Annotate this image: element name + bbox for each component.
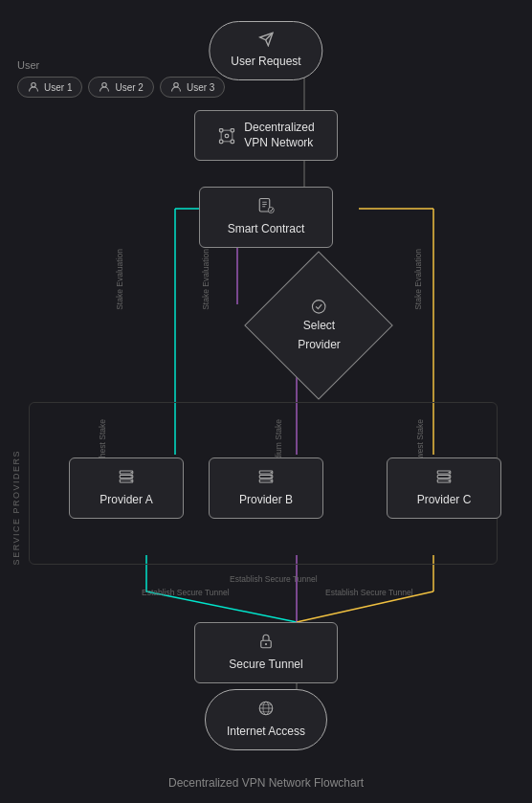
provider-b-icon	[257, 468, 275, 485]
provider-c-icon	[435, 468, 453, 485]
vpn-label-line1: Decentralized	[244, 121, 314, 136]
lock-icon	[257, 633, 275, 650]
user-request-node: User Request	[209, 21, 322, 80]
secure-tunnel-node: Secure Tunnel	[194, 622, 338, 683]
svg-point-47	[271, 472, 273, 474]
provider-a-node: Provider A	[69, 457, 184, 519]
smart-contract-node: Smart Contract	[199, 187, 333, 248]
user-pill-2: User 2	[88, 77, 153, 98]
flowchart-container: User User 1 User 2	[0, 0, 532, 803]
user3-icon	[170, 81, 182, 93]
network-icon	[217, 126, 236, 145]
svg-point-43	[131, 480, 133, 482]
user-pill-1: User 1	[17, 77, 82, 98]
footer-label: Decentralized VPN Network Flowchart	[168, 776, 364, 790]
svg-rect-22	[231, 128, 233, 131]
check-icon	[310, 298, 327, 315]
svg-point-53	[449, 472, 451, 474]
svg-point-16	[32, 83, 36, 88]
user1-icon	[28, 81, 39, 93]
user2-icon	[99, 81, 110, 93]
provider-a-icon	[118, 468, 135, 485]
user-request-label: User Request	[231, 55, 300, 70]
select-provider-node: Select Provider	[244, 251, 393, 400]
provider-c-node: Provider C	[387, 457, 501, 519]
svg-rect-21	[220, 128, 223, 131]
tunnel-label-left: Establish Secure Tunnel	[142, 588, 230, 597]
secure-tunnel-label: Secure Tunnel	[229, 658, 302, 673]
svg-point-57	[265, 643, 267, 645]
select-provider-label: Select	[302, 319, 334, 334]
svg-point-34	[268, 208, 274, 213]
user-section: User User 1 User 2	[17, 59, 225, 98]
stake-eval-center-label: Stake Evaluation	[201, 249, 211, 310]
internet-access-node: Internet Access	[205, 689, 327, 750]
svg-point-18	[174, 83, 179, 88]
svg-point-54	[449, 476, 451, 478]
select-provider-inner: Select Provider	[298, 298, 341, 352]
service-providers-label: SERVICE PROVIDERS	[11, 450, 21, 565]
user2-label: User 2	[115, 82, 143, 93]
tunnel-label-right: Establish Secure Tunnel	[325, 588, 413, 597]
provider-b-node: Provider B	[209, 457, 323, 519]
svg-rect-25	[226, 134, 229, 137]
smart-contract-label: Smart Contract	[228, 222, 305, 237]
vpn-label-line2: VPN Network	[244, 136, 313, 151]
user-pills: User 1 User 2 User 3	[17, 77, 225, 98]
stake-eval-right-label: Stake Evaluation	[413, 249, 423, 310]
user1-label: User 1	[44, 82, 72, 93]
user3-label: User 3	[187, 82, 214, 93]
send-icon	[258, 32, 274, 47]
tunnel-label-center: Establish Secure Tunnel	[230, 574, 318, 584]
vpn-network-node: Decentralized VPN Network	[194, 110, 338, 161]
svg-point-49	[271, 480, 273, 482]
svg-point-48	[271, 476, 273, 478]
select-provider-label2: Provider	[298, 338, 341, 353]
provider-c-label: Provider C	[417, 493, 472, 508]
svg-rect-23	[220, 140, 223, 143]
contract-icon	[257, 197, 275, 214]
provider-b-label: Provider B	[239, 493, 293, 508]
stake-eval-left-label: Stake Evaluation	[115, 249, 124, 310]
svg-point-42	[131, 476, 133, 478]
svg-point-17	[102, 83, 107, 88]
user-section-label: User	[17, 59, 225, 71]
globe-icon	[257, 700, 275, 717]
user-pill-3: User 3	[160, 77, 225, 98]
svg-point-37	[312, 301, 325, 314]
svg-point-41	[131, 472, 133, 474]
svg-point-55	[449, 480, 451, 482]
provider-a-label: Provider A	[100, 493, 152, 508]
svg-rect-24	[231, 140, 233, 143]
internet-access-label: Internet Access	[227, 725, 305, 740]
